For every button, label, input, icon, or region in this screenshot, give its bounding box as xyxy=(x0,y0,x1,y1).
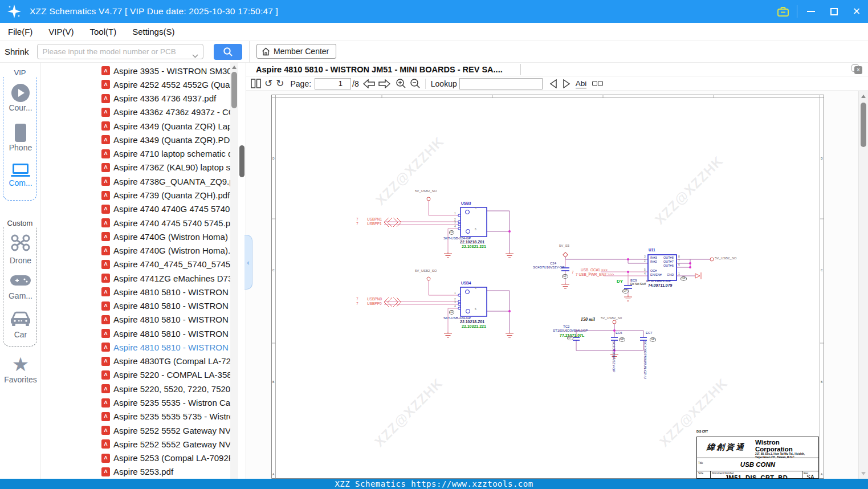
pdf-page: DIS CRT 緯創資通 Wistron Corporation 21F, 88… xyxy=(271,95,824,479)
list-item[interactable]: ΛAspire 4810 5810 - WISTRON JM... xyxy=(41,313,230,327)
file-name: Aspire 4810 5810 - WISTRON JM... xyxy=(113,343,230,352)
sidebar-item-favorites[interactable]: ★ Favorites xyxy=(0,354,41,384)
panel-scrollbar-thumb[interactable] xyxy=(239,145,244,177)
search-input[interactable] xyxy=(43,47,185,56)
sidebar-item-courses[interactable]: Cour... xyxy=(3,84,38,112)
pdf-file-icon: Λ xyxy=(101,439,110,449)
schematic-label: SC4D00P50U5UN-GP-U xyxy=(643,341,647,379)
zoom-in-icon[interactable] xyxy=(396,78,406,89)
menu-settings[interactable]: Settings(S) xyxy=(132,27,174,36)
list-item[interactable]: ΛAspire 4349 (Quanta ZQR).PDF xyxy=(41,133,230,146)
search-box xyxy=(37,44,203,59)
list-item[interactable]: ΛAspire 4738G_QUANTA_ZQ9.pdf xyxy=(41,174,230,188)
pdf-file-icon: Λ xyxy=(101,121,110,131)
shrink-button[interactable]: Shrink xyxy=(5,47,29,56)
title-bar: XZZ Schematics V4.77 [ VIP Due date: 202… xyxy=(0,0,868,23)
list-item[interactable]: ΛAspire 4740 4745 5740 5745.pdf xyxy=(41,216,230,230)
list-item[interactable]: ΛAspire 4740 4740G 4745 5740 57... xyxy=(41,202,230,216)
dual-view-icon[interactable] xyxy=(592,81,603,86)
vip-group-legend: VIP xyxy=(3,68,36,77)
find-next-icon[interactable] xyxy=(563,79,570,88)
viewer-scrollbar-thumb[interactable] xyxy=(861,103,866,147)
list-item[interactable]: ΛAspire 5253 (Compal LA-7092P xyxy=(41,451,230,464)
list-item[interactable]: ΛAspire 4336z 4736z 4937z - COM... xyxy=(41,105,230,119)
sidebar-item-drone[interactable]: Drone xyxy=(3,233,38,265)
list-item[interactable]: ΛAspire 4741ZG eMachines D730... xyxy=(41,271,230,285)
list-scrollbar-thumb[interactable] xyxy=(231,72,237,108)
list-item[interactable]: ΛAspire 4810 5810 - WISTRON JM... xyxy=(41,340,230,354)
list-item[interactable]: ΛAspire 4336 4736 4937.pdf xyxy=(41,92,230,105)
list-item[interactable]: ΛAspire 5235 5535 5735 - Wistron... xyxy=(41,410,230,423)
pdf-file-icon: Λ xyxy=(101,370,110,380)
schematic-label: 7 xyxy=(356,218,358,222)
file-name: Aspire 5235 5535 5735 - Wistron... xyxy=(113,411,230,421)
sheet-label: DIS CRT xyxy=(696,430,708,433)
list-item[interactable]: ΛAspire 4740G (Wistron Homa).p... xyxy=(41,243,230,257)
list-item[interactable]: ΛAspire 3935 - WISTRON SM30 - ... xyxy=(41,64,230,78)
sidebar-item-games[interactable]: Gam... xyxy=(3,273,38,300)
sidebar-item-computer[interactable]: Com... xyxy=(3,164,38,188)
schematic-label: 3 xyxy=(644,255,646,258)
two-page-view-icon[interactable] xyxy=(251,79,261,88)
sidebar-item-phone[interactable]: Phone xyxy=(3,124,38,152)
viewer-scrollbar[interactable] xyxy=(858,91,868,479)
file-name: Aspire 4710 laptop schematic d... xyxy=(113,149,230,158)
scroll-up-icon[interactable] xyxy=(232,66,237,69)
schematic-label: EN/EN# xyxy=(650,274,662,277)
rotate-left-icon[interactable]: ↺ xyxy=(264,79,272,88)
list-item[interactable]: ΛAspire 4349 (Quanta ZQR) Lapto... xyxy=(41,119,230,133)
menu-file[interactable]: File(F) xyxy=(8,27,32,36)
pdf-file-icon: Λ xyxy=(101,135,110,144)
schematic-label: OC# xyxy=(650,270,657,273)
list-item[interactable]: ΛAspire 5253.pdf xyxy=(41,465,230,478)
close-document-button[interactable]: × xyxy=(851,64,862,74)
list-item[interactable]: ΛAspire 5252 5552 Gateway NV50... xyxy=(41,437,230,451)
list-item[interactable]: ΛAspire 4810 5810 - WISTRON JM... xyxy=(41,327,230,340)
rotate-right-icon[interactable]: ↻ xyxy=(276,79,284,88)
size-label: Size xyxy=(698,472,703,475)
briefcase-icon[interactable] xyxy=(772,0,794,23)
page-number-input[interactable] xyxy=(315,78,351,89)
schematic-label: 5V_USB2_S0 xyxy=(601,316,622,320)
schematic-label: USB4 xyxy=(461,282,471,286)
list-item[interactable]: ΛAspire 5220, 5520, 7220, 7520 - ... xyxy=(41,382,230,396)
list-scrollbar[interactable] xyxy=(230,63,238,479)
list-item[interactable]: ΛAspire 4810 5810 - WISTRON JM... xyxy=(41,299,230,313)
previous-page-icon[interactable] xyxy=(363,79,375,88)
pdf-file-icon: Λ xyxy=(101,149,110,158)
schematic-label: 4 xyxy=(454,225,456,228)
lookup-input[interactable] xyxy=(459,78,543,89)
list-item[interactable]: ΛAspire 4740_4745_5740_5745 – ... xyxy=(41,258,230,271)
find-previous-icon[interactable] xyxy=(549,79,557,88)
next-page-icon[interactable] xyxy=(378,79,390,88)
close-button[interactable]: × xyxy=(845,0,868,23)
menu-vip[interactable]: VIP(V) xyxy=(48,27,74,36)
list-item[interactable]: ΛAspire 5220 - COMPAL LA-3581 xyxy=(41,368,230,382)
search-row: Shrink Member Center xyxy=(0,41,868,63)
maximize-button[interactable] xyxy=(822,0,845,23)
search-button[interactable] xyxy=(214,44,242,60)
list-item[interactable]: ΛAspire 5252 5552 Gateway NV50... xyxy=(41,423,230,437)
list-item[interactable]: ΛAspire 4739 (Quanta ZQH).pdf xyxy=(41,188,230,202)
menu-tool[interactable]: Tool(T) xyxy=(90,27,117,36)
document-number: JM51_DIS_CRT_BD xyxy=(711,474,802,479)
schematic-label: GP xyxy=(680,276,687,281)
list-item[interactable]: ΛAspire 4710 laptop schematic d... xyxy=(41,147,230,161)
document-tab[interactable]: Aspire 4810 5810 - WISTRON JM51 - MINI B… xyxy=(256,65,503,74)
list-item[interactable]: ΛAspire 5235 5535 - Wistron Cath... xyxy=(41,396,230,409)
panel-collapse-handle[interactable]: ‹ xyxy=(244,235,252,290)
sidebar-item-car[interactable]: Car xyxy=(3,311,38,339)
list-item[interactable]: ΛAspire 4736Z (KAL90) laptop sch... xyxy=(41,161,230,174)
zoom-out-icon[interactable] xyxy=(410,78,421,89)
document-tab-row: Aspire 4810 5810 - WISTRON JM51 - MINI B… xyxy=(246,63,868,76)
scroll-down-icon[interactable] xyxy=(861,472,866,475)
list-item[interactable]: ΛAspire 4810 5810 - WISTRON JM... xyxy=(41,285,230,299)
list-item[interactable]: ΛAspire 4830TG (Compal LA-723... xyxy=(41,354,230,368)
member-center-button[interactable]: Member Center xyxy=(256,44,336,59)
scroll-up-icon[interactable] xyxy=(861,95,866,98)
list-item[interactable]: ΛAspire 4252 4552 4552G (Quanta... xyxy=(41,78,230,91)
list-item[interactable]: ΛAspire 4740G (Wistron Homa) 0... xyxy=(41,230,230,243)
minimize-button[interactable] xyxy=(800,0,822,23)
text-select-tool[interactable]: Abi xyxy=(576,79,587,88)
chevron-down-icon[interactable] xyxy=(192,50,198,60)
